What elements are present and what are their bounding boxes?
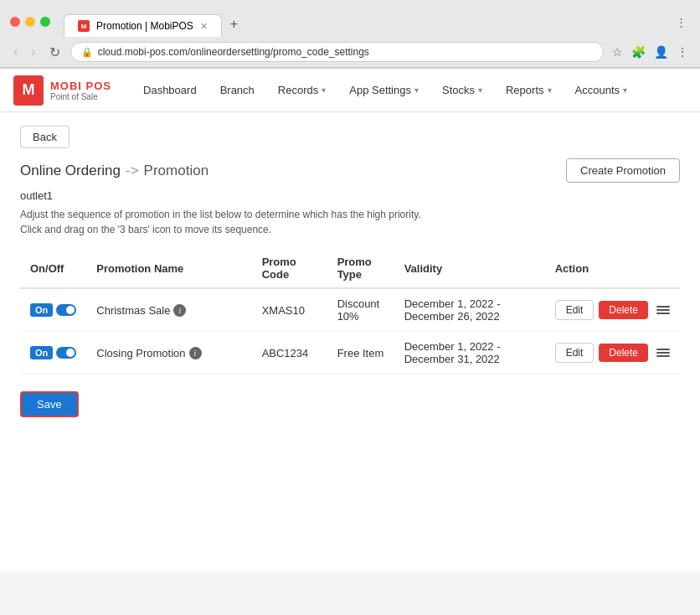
validity-cell-1: December 1, 2022 - December 26, 2022: [394, 288, 545, 332]
info-icon-1[interactable]: i: [173, 304, 186, 317]
logo-box: M: [13, 75, 44, 106]
code-cell-1: XMAS10: [252, 288, 327, 332]
nav-reports[interactable]: Reports ▾: [494, 70, 564, 110]
code-cell-2: ABC1234: [252, 332, 327, 375]
traffic-lights: [10, 17, 50, 27]
close-traffic-light[interactable]: [10, 17, 20, 27]
type-cell-1: Discount 10%: [327, 288, 394, 332]
active-tab[interactable]: M Promotion | MobiPOS ✕: [64, 14, 222, 37]
tab-bar: M Promotion | MobiPOS ✕ +: [57, 12, 253, 37]
validity-1: December 1, 2022 - December 26, 2022: [404, 297, 501, 323]
nav-menu: Dashboard Branch Records ▾ App Settings …: [131, 70, 687, 110]
address-bar[interactable]: 🔒 cloud.mobi-pos.com/onlineordersetting/…: [70, 42, 604, 62]
nav-branch[interactable]: Branch: [208, 70, 266, 110]
app-logo: M MOBI POS Point of Sale: [13, 75, 111, 106]
tab-title: Promotion | MobiPOS: [96, 20, 193, 32]
toggle-container-1: On: [30, 303, 76, 317]
nav-records[interactable]: Records ▾: [266, 70, 337, 110]
breadcrumb-arrow: ->: [126, 163, 139, 179]
toggle-knob-2: [66, 349, 75, 357]
save-button[interactable]: Save: [20, 391, 79, 417]
help-text-1: Adjust the sequence of promotion in the …: [20, 209, 680, 220]
action-cell-2: Edit Delete: [545, 332, 680, 375]
name-cell-1: Christmas Sale i: [86, 288, 251, 332]
table-row: On Closing Promotion i ABC1234: [20, 332, 680, 375]
th-action: Action: [545, 249, 680, 288]
accounts-arrow-icon: ▾: [623, 85, 627, 95]
extensions-icon[interactable]: 🧩: [630, 44, 647, 60]
url-text: cloud.mobi-pos.com/onlineordersetting/pr…: [98, 46, 369, 58]
app-container: M MOBI POS Point of Sale Dashboard Branc…: [0, 69, 700, 571]
bookmark-icon[interactable]: ☆: [610, 44, 625, 60]
toggle-slider-2[interactable]: [56, 347, 76, 359]
nav-accounts[interactable]: Accounts ▾: [564, 70, 639, 110]
profile-icon[interactable]: 👤: [652, 44, 670, 60]
toggle-knob-1: [66, 306, 75, 314]
validity-2: December 1, 2022 - December 31, 2022: [404, 340, 501, 365]
action-group-1: Edit Delete: [555, 300, 670, 320]
action-cell-1: Edit Delete: [545, 288, 680, 332]
tab-favicon: M: [78, 20, 90, 32]
type-cell-2: Free Item: [327, 332, 394, 375]
reports-arrow-icon: ▾: [548, 85, 552, 95]
lock-icon: 🔒: [81, 47, 93, 58]
nav-dashboard[interactable]: Dashboard: [131, 70, 208, 110]
info-icon-2[interactable]: i: [189, 347, 202, 359]
breadcrumb-root: Online Ordering: [20, 163, 121, 179]
promo-type-1: Discount 10%: [337, 297, 380, 323]
browser-address-bar: ‹ › ↻ 🔒 cloud.mobi-pos.com/onlineorderse…: [0, 37, 700, 68]
minimize-traffic-light[interactable]: [25, 17, 35, 27]
back-nav-button[interactable]: ‹: [10, 43, 21, 61]
tab-close-button[interactable]: ✕: [200, 21, 208, 32]
delete-button-2[interactable]: Delete: [599, 344, 648, 362]
browser-chrome: M Promotion | MobiPOS ✕ + ⋮ ‹ › ↻ 🔒 clou…: [0, 0, 700, 69]
logo-name: MOBI POS: [50, 80, 111, 92]
table-row: On Christmas Sale i XMAS10: [20, 288, 680, 332]
stocks-arrow-icon: ▾: [478, 85, 482, 95]
drag-handle-2[interactable]: [656, 349, 670, 357]
name-cell-2: Closing Promotion i: [86, 332, 251, 375]
toggle-cell-2: On: [20, 332, 86, 375]
browser-menu-icon[interactable]: ⋮: [676, 16, 690, 28]
edit-button-2[interactable]: Edit: [555, 343, 594, 363]
delete-button-1[interactable]: Delete: [599, 301, 648, 319]
logo-text: MOBI POS Point of Sale: [50, 80, 111, 101]
reload-button[interactable]: ↻: [46, 43, 64, 62]
browser-actions: ☆ 🧩 👤 ⋮: [610, 44, 690, 60]
th-name: Promotion Name: [86, 249, 251, 288]
toggle-slider-1[interactable]: [56, 304, 76, 316]
promotion-name-container-2: Closing Promotion i: [96, 347, 241, 359]
edit-button-1[interactable]: Edit: [555, 300, 594, 320]
promotion-name-2: Closing Promotion: [96, 347, 185, 359]
new-tab-button[interactable]: +: [222, 12, 246, 37]
app-header: M MOBI POS Point of Sale Dashboard Branc…: [0, 69, 700, 112]
validity-cell-2: December 1, 2022 - December 31, 2022: [394, 332, 545, 375]
nav-stocks[interactable]: Stocks ▾: [430, 70, 494, 110]
breadcrumb-sub: Promotion: [144, 163, 208, 179]
toggle-cell-1: On: [20, 288, 86, 332]
drag-handle-1[interactable]: [656, 306, 670, 314]
maximize-traffic-light[interactable]: [40, 17, 50, 27]
nav-app-settings[interactable]: App Settings ▾: [337, 70, 430, 110]
page-header: Online Ordering -> Promotion Create Prom…: [20, 158, 680, 183]
toggle-container-2: On: [30, 346, 76, 359]
promotion-name-1: Christmas Sale: [96, 304, 170, 317]
back-button[interactable]: Back: [20, 126, 69, 148]
th-code: Promo Code: [252, 249, 327, 288]
app-settings-arrow-icon: ▾: [414, 85, 419, 95]
help-text-2: Click and drag on the '3 bars' icon to m…: [20, 224, 680, 235]
forward-nav-button[interactable]: ›: [28, 43, 39, 61]
promo-code-2: ABC1234: [262, 347, 309, 359]
create-promotion-button[interactable]: Create Promotion: [566, 158, 680, 183]
page-title: Online Ordering -> Promotion: [20, 163, 208, 179]
outlet-label: outlet1: [20, 189, 680, 202]
logo-letter: M: [23, 81, 35, 99]
promo-code-1: XMAS10: [262, 304, 305, 317]
records-arrow-icon: ▾: [322, 85, 326, 95]
th-type: Promo Type: [327, 249, 394, 288]
promotion-name-container-1: Christmas Sale i: [96, 304, 241, 317]
logo-sub: Point of Sale: [50, 92, 111, 101]
promo-type-2: Free Item: [337, 347, 384, 359]
browser-menu-dots[interactable]: ⋮: [675, 44, 690, 60]
th-validity: Validity: [394, 249, 545, 288]
